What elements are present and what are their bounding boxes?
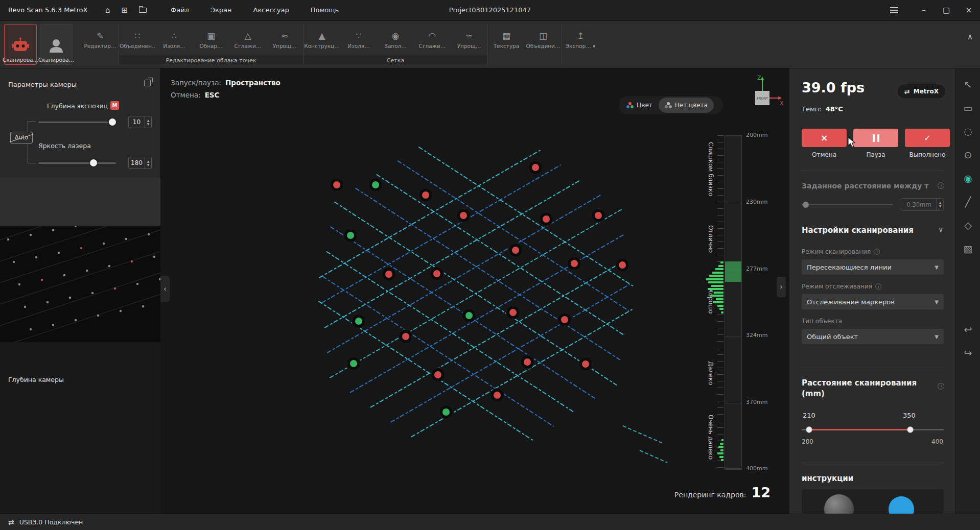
color-dots-icon <box>626 102 634 108</box>
point-distance-stepper[interactable]: ▲▼ <box>937 199 943 210</box>
toolbar-button[interactable]: ▲Конструкц… <box>304 24 340 56</box>
scan-distance-low-value: 210 <box>803 412 815 419</box>
point-distance-slider[interactable] <box>802 204 893 205</box>
laser-value-box[interactable]: 180 ▲▼ <box>128 157 152 169</box>
lasso-select-icon[interactable]: ◌ <box>964 126 972 137</box>
toolbar-button[interactable]: ✎Редактир… <box>82 24 119 56</box>
panel-title: Параметры камеры <box>8 81 77 88</box>
device-button[interactable]: ⇄ MetroX <box>897 84 946 99</box>
scan-distance-max: 400 <box>931 438 943 445</box>
depth-histogram-bar <box>706 278 724 280</box>
toolbar-button[interactable]: ∵Изоля… <box>340 24 377 56</box>
toolbar-group: ▦Текстура◫Объедини… <box>487 24 562 64</box>
dropdown-value: Общий объект <box>807 333 935 341</box>
scan-mode-bust-tab[interactable]: Сканирова… <box>40 24 73 65</box>
menu-item[interactable]: Экран <box>208 5 234 15</box>
polygon-icon[interactable]: ◇ <box>964 220 972 231</box>
toolbar-button[interactable]: ↥Экспор… ▾ <box>562 24 599 56</box>
comment-icon[interactable]: ⊙ <box>964 149 972 160</box>
depth-camera-preview <box>0 226 160 342</box>
info-icon[interactable]: i <box>875 283 881 290</box>
title-bar: Revo Scan 5.6.3 MetroX ⌂ ⊞ ФайлЭкранАксе… <box>0 0 980 20</box>
pause-scan-button[interactable] <box>853 129 898 147</box>
menu-item[interactable]: Файл <box>169 5 191 15</box>
exposure-slider[interactable] <box>38 122 116 123</box>
rect-select-icon[interactable]: ▭ <box>964 102 973 113</box>
scan-distance-range-slider[interactable] <box>802 429 944 430</box>
project-title: Project03012025121047 <box>0 6 980 14</box>
toolbar-button[interactable]: ◉Запол… <box>377 24 414 56</box>
popout-icon[interactable] <box>144 80 151 86</box>
redo-icon[interactable]: ↪ <box>964 347 972 358</box>
exposure-slider-handle[interactable] <box>109 118 116 126</box>
panel-spacer <box>0 178 160 225</box>
point-distance-handle[interactable] <box>803 202 809 208</box>
minimize-button[interactable]: – <box>913 0 935 20</box>
toolbar-button[interactable]: ≃Упрощ… <box>451 24 487 56</box>
laser-slider[interactable] <box>38 162 116 164</box>
close-button[interactable]: × <box>958 0 980 20</box>
toolbar-button-label: Объединен… <box>120 43 155 49</box>
new-project-icon[interactable]: ⊞ <box>122 6 128 15</box>
dropdown[interactable]: Отслеживание маркеров▼ <box>802 294 944 309</box>
render-frames-label: Рендеринг кадров: <box>674 491 746 499</box>
toolbar-button[interactable]: ▣Обнар… <box>193 24 229 56</box>
sphere-icon[interactable]: ◉ <box>964 173 972 184</box>
instructions-media <box>802 489 944 514</box>
maximize-button[interactable]: ▢ <box>935 0 958 20</box>
toolbar-group: ↥Экспор… ▾ <box>562 24 599 64</box>
chevron-down-icon[interactable]: ∨ <box>938 226 943 233</box>
toolbar-collapse-icon[interactable]: ∧ <box>967 32 973 41</box>
toolbar-button[interactable]: △Сглажи… <box>229 24 266 56</box>
collapse-right-panel-button[interactable]: › <box>777 277 786 297</box>
scan-viewport[interactable]: Запуск/пауза:Пространство Отмена:ESC Цве… <box>160 68 789 514</box>
toolbar-button-icon: ▣ <box>207 31 215 40</box>
distance-tick-label: 324mm <box>746 332 767 339</box>
color-off-option[interactable]: Нет цвета <box>659 98 714 113</box>
scan-mode-robot-tab[interactable]: Сканирова… <box>4 24 37 65</box>
no-color-dots-icon <box>665 102 672 108</box>
range-handle-low[interactable] <box>806 426 812 433</box>
toolbar: Сканирова… Сканирова… ✎Редактир…∷Объедин… <box>0 21 980 68</box>
toolbar-group-label: Сетка <box>304 56 487 64</box>
dropdown[interactable]: Общий объект▼ <box>802 329 944 344</box>
axis-gizmo[interactable]: Z X FRONT <box>741 74 785 116</box>
toolbar-button-icon: △ <box>244 31 251 40</box>
pointer-icon[interactable]: ↖ <box>964 79 972 90</box>
point-distance-value-box[interactable]: 0.30mm ▲▼ <box>901 198 944 211</box>
status-bar: ⇄ USB3.0 Подключен <box>0 514 980 530</box>
color-on-option[interactable]: Цвет <box>620 98 659 113</box>
open-folder-icon[interactable] <box>139 8 147 13</box>
complete-scan-button[interactable]: ✓ <box>905 129 950 147</box>
exposure-stepper[interactable]: ▲▼ <box>145 116 151 128</box>
undo-icon[interactable]: ↩ <box>964 324 972 335</box>
box-icon[interactable]: ▧ <box>964 243 973 254</box>
toolbar-button[interactable]: ≈Упрощ… <box>266 24 303 56</box>
toolbar-button-label: Сглажи… <box>419 43 446 49</box>
laser-slider-handle[interactable] <box>90 159 97 166</box>
home-icon[interactable]: ⌂ <box>105 6 110 15</box>
info-icon[interactable]: i <box>874 249 880 255</box>
settings-sliders-icon[interactable] <box>890 10 898 11</box>
info-icon[interactable]: i <box>938 182 944 189</box>
toolbar-button[interactable]: ∴Изоля… <box>156 24 193 56</box>
exposure-value-box[interactable]: 10 ▲▼ <box>128 116 152 128</box>
menu-item[interactable]: Помощь <box>309 5 341 15</box>
dropdown[interactable]: Пересекающиеся линии▼ <box>802 259 944 275</box>
toolbar-button[interactable]: ∷Объединен… <box>119 24 156 56</box>
collapse-left-panel-button[interactable]: ‹ <box>160 276 170 302</box>
toolbar-button[interactable]: ◫Объедини… <box>525 24 562 56</box>
app-title: Revo Scan 5.6.3 MetroX <box>8 6 87 14</box>
measure-icon[interactable]: ╱ <box>965 196 971 207</box>
auto-exposure-button[interactable]: Auto <box>10 132 33 143</box>
manual-badge: M <box>110 101 119 110</box>
menu-item[interactable]: Аксессуар <box>251 5 291 15</box>
toolbar-button[interactable]: ▦Текстура <box>488 24 525 56</box>
toolbar-button[interactable]: ◠Сглажи… <box>414 24 451 56</box>
range-handle-high[interactable] <box>907 426 914 433</box>
laser-stepper[interactable]: ▲▼ <box>145 157 151 168</box>
info-icon[interactable]: i <box>938 383 944 390</box>
toolbar-button-label: Объедини… <box>526 43 561 49</box>
temp-value: 48°C <box>826 105 843 113</box>
cancel-scan-button[interactable]: × <box>802 129 847 147</box>
